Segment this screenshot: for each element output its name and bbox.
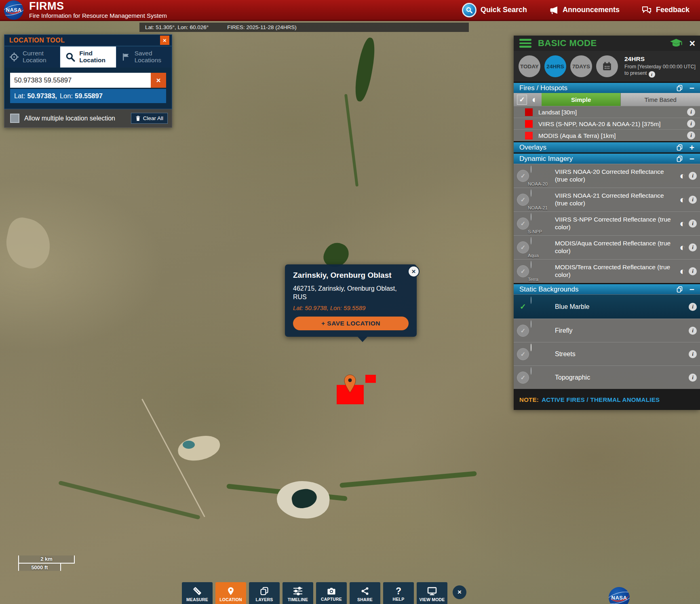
duplicate-icon[interactable]	[676, 286, 683, 293]
static-layer-row-selected[interactable]: ✓ Blue Marble i	[514, 294, 700, 319]
contrast-icon[interactable]: ◐	[680, 171, 686, 181]
contrast-icon[interactable]: ◐	[680, 243, 686, 252]
duplicate-icon[interactable]	[676, 84, 683, 91]
fires-layer-row[interactable]: VIIRS (S-NPP, NOAA-20 & NOAA-21) [375m] …	[514, 118, 700, 129]
panel-close-icon[interactable]: ×	[689, 38, 695, 49]
clear-all-button[interactable]: Clear All	[131, 113, 168, 124]
section-header-static-backgrounds[interactable]: Static Backgrounds −	[514, 283, 700, 294]
popup-close-icon[interactable]: ×	[408, 266, 420, 277]
feedback-button[interactable]: Feedback	[641, 5, 689, 15]
menu-icon[interactable]	[519, 39, 531, 48]
help-button[interactable]: ? HELP	[383, 582, 414, 604]
time-7days-button[interactable]: 7DAYS	[570, 55, 592, 77]
layers-icon	[259, 586, 269, 596]
info-icon[interactable]: i	[689, 220, 697, 228]
nasa-logo[interactable]: NASA	[4, 0, 23, 20]
nasa-footer-logo[interactable]: NASA	[609, 587, 630, 604]
tutorial-graduation-cap-icon[interactable]	[670, 38, 683, 49]
info-icon[interactable]: i	[689, 350, 697, 358]
info-icon[interactable]: i	[689, 267, 697, 275]
fires-visibility-checkbox[interactable]: ✓	[517, 95, 527, 105]
layer-checkbox[interactable]: ✓	[517, 265, 529, 277]
fires-layer-row[interactable]: MODIS (Aqua & Terra) [1km] i	[514, 129, 700, 141]
tab-saved-locations[interactable]: SavedLocations	[116, 46, 172, 68]
info-icon[interactable]: i	[687, 108, 695, 116]
info-icon[interactable]: i	[649, 71, 655, 78]
location-button[interactable]: LOCATION	[215, 582, 246, 604]
location-tool-close-icon[interactable]: ×	[160, 36, 169, 45]
location-marker-pin[interactable]	[344, 374, 356, 393]
layer-checkbox[interactable]: ✓	[517, 218, 529, 230]
dynamic-layer-row[interactable]: ✓ NOAA-21 VIIRS NOAA-21 Corrected Reflec…	[514, 188, 700, 211]
section-header-overlays[interactable]: Overlays +	[514, 141, 700, 152]
static-layer-row[interactable]: ✓ Streets i	[514, 342, 700, 365]
time-24hrs-button[interactable]: 24HRS	[544, 55, 566, 77]
contrast-icon[interactable]: ◐	[680, 219, 686, 228]
info-icon[interactable]: i	[689, 374, 697, 382]
capture-button[interactable]: CAPTURE	[316, 582, 347, 604]
static-layer-row[interactable]: ✓ Firefly i	[514, 319, 700, 342]
layer-label: VIIRS (S-NPP, NOAA-20 & NOAA-21) [375m]	[538, 120, 681, 127]
quick-search-button[interactable]: Quick Search	[462, 3, 527, 17]
result-lat-value: 50.97383,	[27, 92, 57, 100]
contrast-icon[interactable]: ◐	[680, 266, 686, 276]
app-brand[interactable]: FIRMS Fire Information for Resource Mana…	[29, 1, 167, 19]
duplicate-icon[interactable]	[676, 155, 683, 162]
info-icon[interactable]: i	[689, 196, 697, 204]
info-icon[interactable]: i	[689, 303, 697, 311]
section-header-fires-hotspots[interactable]: Fires / Hotspots −	[514, 82, 700, 93]
expand-icon[interactable]: +	[689, 143, 695, 152]
collapse-icon[interactable]: −	[689, 154, 695, 163]
collapse-icon[interactable]: −	[689, 84, 695, 92]
multi-select-checkbox[interactable]	[10, 114, 19, 123]
scale-metric: 2 km	[18, 555, 75, 564]
layer-checkbox[interactable]: ✓	[517, 348, 529, 360]
contrast-icon[interactable]: ◐	[532, 95, 538, 104]
calendar-button[interactable]	[596, 55, 618, 77]
dynamic-layer-row[interactable]: ✓ S-NPP VIIRS S-NPP Corrected Reflectanc…	[514, 211, 700, 235]
info-icon[interactable]: i	[687, 131, 695, 139]
selected-check-icon: ✓	[517, 302, 529, 311]
layer-checkbox[interactable]: ✓	[517, 325, 529, 337]
save-location-button[interactable]: + SAVE LOCATION	[293, 317, 409, 330]
app-subtitle: Fire Information for Resource Management…	[29, 12, 167, 19]
section-header-dynamic-imagery[interactable]: Dynamic Imagery −	[514, 152, 700, 164]
thumbnail-label: NOAA-21	[528, 205, 548, 210]
share-button[interactable]: SHARE	[350, 582, 380, 604]
measure-button[interactable]: MEASURE	[182, 582, 213, 604]
timeline-button[interactable]: TIMELINE	[283, 582, 313, 604]
active-fires-link[interactable]: ACTIVE FIRES / THERMAL ANOMALIES	[542, 396, 660, 403]
dynamic-layer-row[interactable]: ✓ Terra MODIS/Terra Corrected Reflectanc…	[514, 259, 700, 283]
duplicate-icon[interactable]	[676, 144, 683, 151]
info-icon[interactable]: i	[687, 120, 695, 128]
time-today-button[interactable]: TODAY	[519, 55, 540, 77]
view-mode-button[interactable]: VIEW MODE	[417, 582, 447, 604]
dynamic-layer-row[interactable]: ✓ Aqua MODIS/Aqua Corrected Reflectance …	[514, 235, 700, 259]
layer-checkbox[interactable]: ✓	[517, 170, 529, 182]
search-result-row[interactable]: Lat: 50.97383, Lon: 59.55897	[10, 89, 166, 103]
result-lon-value: 59.55897	[75, 92, 103, 100]
dynamic-layer-row[interactable]: ✓ NOAA-20 VIIRS NOAA-20 Corrected Reflec…	[514, 164, 700, 188]
layer-label: VIIRS NOAA-21 Corrected Reflectance (tru…	[555, 192, 680, 207]
toolbar-close-icon[interactable]: ×	[453, 585, 466, 599]
layer-checkbox[interactable]: ✓	[517, 194, 529, 206]
fires-layer-row[interactable]: Landsat [30m] i	[514, 106, 700, 118]
ruler-icon	[192, 586, 202, 596]
contrast-icon[interactable]: ◐	[680, 195, 686, 205]
location-search-input[interactable]	[10, 73, 151, 88]
fire-detection[interactable]	[365, 375, 376, 383]
layer-checkbox[interactable]: ✓	[517, 241, 529, 253]
clear-search-icon[interactable]: ×	[151, 73, 166, 88]
info-icon[interactable]: i	[689, 243, 697, 251]
layers-button[interactable]: LAYERS	[249, 582, 280, 604]
tab-current-location[interactable]: CurrentLocation	[4, 46, 60, 68]
tab-find-location[interactable]: FindLocation	[60, 46, 116, 68]
mode-time-based-button[interactable]: Time Based	[621, 93, 700, 106]
collapse-icon[interactable]: −	[689, 285, 695, 294]
info-icon[interactable]: i	[689, 327, 697, 335]
mode-simple-button[interactable]: Simple	[542, 93, 621, 106]
static-layer-row[interactable]: ✓ Topographic i	[514, 365, 700, 389]
info-icon[interactable]: i	[689, 172, 697, 180]
layer-checkbox[interactable]: ✓	[517, 372, 529, 384]
announcements-button[interactable]: Announcements	[549, 5, 620, 15]
